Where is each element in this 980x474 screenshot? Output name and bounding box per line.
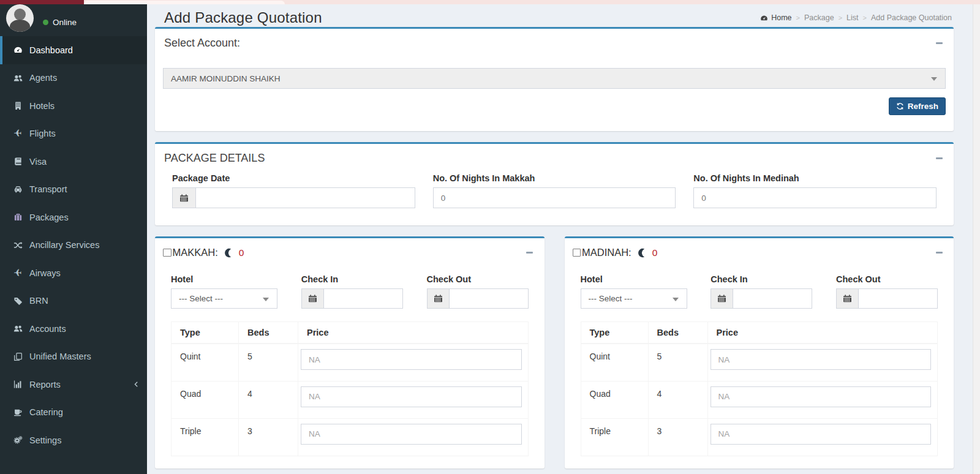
makkah-quint-price-input[interactable]	[301, 349, 522, 370]
online-status-dot	[43, 20, 48, 25]
users-icon	[12, 73, 24, 83]
sidebar-item-brn[interactable]: BRN	[0, 287, 147, 315]
sidebar-item-label: Ancillary Services	[29, 240, 99, 250]
sidebar-item-agents[interactable]: Agents	[0, 64, 147, 92]
nights-medinah-input[interactable]	[693, 187, 937, 208]
browser-tab	[84, 1, 285, 4]
madinah-quad-price-input[interactable]	[710, 386, 932, 407]
madinah-panel: MADINAH: 0 Hotel --- Select ---	[565, 236, 954, 468]
madinah-checkin-input[interactable]	[733, 288, 812, 309]
nights-makkah-input[interactable]	[433, 187, 676, 208]
sidebar-item-packages[interactable]: Packages	[0, 203, 147, 231]
table-row: Quad 4	[581, 381, 938, 418]
collapse-button[interactable]	[524, 247, 535, 258]
breadcrumb: Home > Package > List > Add Package Quot…	[760, 13, 952, 26]
chevron-left-icon	[133, 381, 140, 388]
makkah-checkout-input[interactable]	[449, 288, 529, 309]
makkah-checkin-input[interactable]	[323, 288, 403, 309]
package-date-label: Package Date	[172, 173, 415, 183]
sidebar-item-label: Agents	[29, 73, 57, 83]
tag-icon	[12, 296, 24, 306]
room-beds-cell: 5	[239, 344, 298, 381]
breadcrumb-current: Add Package Quotation	[871, 13, 952, 22]
makkah-checkbox[interactable]	[163, 249, 172, 257]
column-header-price: Price	[298, 322, 529, 344]
sidebar-item-flights[interactable]: ✈ Flights	[0, 120, 147, 148]
madinah-hotel-select[interactable]: --- Select ---	[581, 288, 687, 309]
page-title: Add Package Quotation	[164, 9, 322, 26]
sidebar-item-label: Settings	[29, 435, 61, 445]
minus-icon	[936, 157, 943, 160]
column-header-type: Type	[172, 322, 239, 344]
madinah-room-table: Type Beds Price Quint 5	[581, 322, 938, 456]
column-header-type: Type	[581, 322, 648, 344]
sidebar-item-transport[interactable]: Transport	[0, 176, 147, 204]
table-row: Triple 3	[172, 418, 529, 456]
makkah-triple-price-input[interactable]	[301, 424, 522, 445]
table-row: Triple 3	[581, 418, 938, 456]
collapse-button[interactable]	[933, 38, 944, 49]
nights-medinah-label: No. Of Nights In Medinah	[693, 173, 937, 183]
checkin-label: Check In	[301, 274, 403, 284]
room-type-cell: Quad	[172, 381, 239, 418]
calendar-icon	[172, 187, 195, 208]
sidebar-item-hotels[interactable]: Hotels	[0, 92, 147, 120]
madinah-title: MADINAH:	[582, 247, 631, 258]
sidebar-item-reports[interactable]: Reports	[0, 371, 147, 399]
hotel-label: Hotel	[581, 274, 687, 284]
building-icon	[12, 101, 24, 111]
breadcrumb-package[interactable]: Package	[804, 13, 834, 22]
madinah-checkbox[interactable]	[573, 249, 581, 257]
sidebar-item-ancillary-services[interactable]: Ancillary Services	[0, 231, 147, 260]
sidebar-item-label: Airways	[29, 268, 61, 278]
makkah-hotel-select[interactable]: --- Select ---	[171, 288, 277, 309]
suitcase-icon	[12, 213, 24, 222]
scrollbar-track[interactable]	[973, 4, 980, 474]
calendar-icon	[710, 288, 733, 309]
sidebar-item-visa[interactable]: Visa	[0, 148, 147, 176]
makkah-panel: MAKKAH: 0 Hotel --- Select ---	[155, 236, 545, 468]
user-panel: Online	[0, 4, 147, 32]
sidebar-item-unified-masters[interactable]: Unified Masters	[0, 343, 147, 371]
account-select[interactable]: AAMIR MOINUDDIN SHAIKH	[163, 68, 946, 89]
table-row: Quad 4	[172, 381, 529, 418]
moon-icon	[224, 248, 234, 258]
sidebar-item-label: Accounts	[29, 324, 66, 334]
sidebar-item-label: Unified Masters	[29, 352, 91, 361]
sidebar-item-label: Packages	[29, 213, 69, 222]
sidebar-item-label: Visa	[29, 157, 47, 167]
room-beds-cell: 5	[648, 344, 707, 381]
breadcrumb-separator: >	[796, 14, 800, 21]
plane-icon: ✈	[12, 129, 24, 138]
breadcrumb-separator: >	[839, 14, 842, 21]
sidebar-item-label: Reports	[29, 380, 61, 389]
sidebar-item-dashboard[interactable]: Dashboard	[0, 36, 147, 64]
minus-icon	[526, 252, 533, 254]
nights-makkah-label: No. Of Nights In Makkah	[433, 173, 676, 183]
hotel-label: Hotel	[171, 274, 277, 284]
users-icon	[12, 324, 24, 334]
breadcrumb-list[interactable]: List	[846, 13, 858, 22]
column-header-price: Price	[707, 322, 938, 344]
dashboard-icon	[760, 14, 768, 22]
cup-icon	[12, 407, 24, 417]
refresh-button[interactable]: Refresh	[889, 97, 946, 115]
shuffle-icon	[12, 240, 24, 250]
sidebar-menu: Dashboard Agents Hotels ✈ Flights Visa T…	[0, 36, 147, 454]
madinah-quint-price-input[interactable]	[710, 349, 932, 370]
sidebar-item-label: Hotels	[29, 101, 55, 111]
sidebar-item-label: Dashboard	[29, 45, 73, 55]
room-beds-cell: 3	[239, 418, 298, 456]
package-date-input[interactable]	[195, 187, 415, 208]
sidebar-item-catering[interactable]: Catering	[0, 399, 147, 427]
collapse-button[interactable]	[933, 153, 944, 164]
madinah-checkout-input[interactable]	[858, 288, 938, 309]
sidebar-item-accounts[interactable]: Accounts	[0, 315, 147, 343]
select-account-title: Select Account:	[164, 37, 240, 50]
sidebar-item-settings[interactable]: Settings	[0, 426, 147, 454]
collapse-button[interactable]	[933, 247, 944, 258]
sidebar-item-airways[interactable]: ✈ Airways	[0, 259, 147, 287]
makkah-quad-price-input[interactable]	[301, 386, 522, 407]
madinah-triple-price-input[interactable]	[710, 424, 932, 445]
breadcrumb-home[interactable]: Home	[760, 13, 791, 22]
